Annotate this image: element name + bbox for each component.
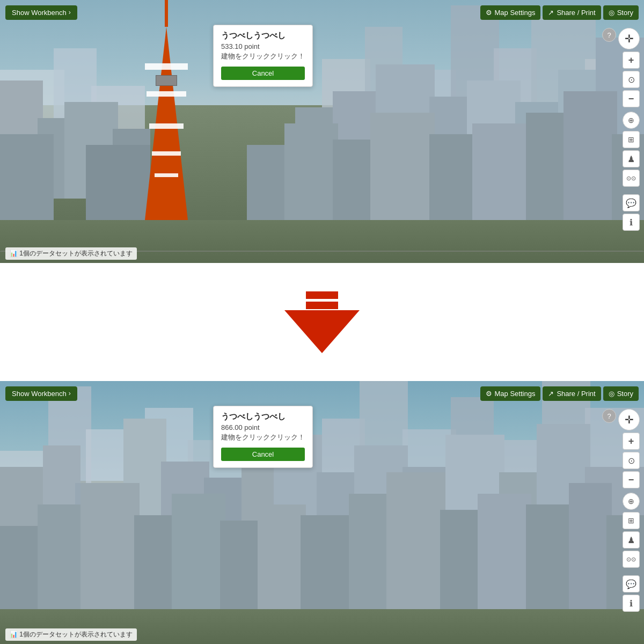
status-text-1: 1個のデータセットが表示されています — [19, 250, 133, 257]
top-bar-1: Show Workbench › ⚙ Map Settings ↗ Share … — [0, 0, 644, 25]
workbench-label-1: Show Workbench — [12, 9, 67, 17]
dataset-icon-1: 📊 — [10, 250, 19, 257]
popup-title-2: うつべしうつべし — [221, 412, 305, 422]
big-arrow — [284, 291, 360, 353]
info-button-2[interactable]: ℹ — [623, 595, 640, 612]
building — [349, 494, 392, 612]
popup-card-2: うつべしうつべし 866.00 point 建物をクリッククリック！ Cance… — [213, 406, 313, 468]
building — [333, 140, 376, 231]
right-controls-1: ? ✛ + ⊙ − ⊕ ⊞ ♟ ⊙⊙ 💬 ℹ — [602, 28, 640, 231]
map-settings-label-1: Map Settings — [495, 9, 536, 17]
building — [429, 134, 478, 231]
story-button-2[interactable]: ◎ Story — [603, 386, 639, 401]
map-settings-button-2[interactable]: ⚙ Map Settings — [480, 386, 541, 401]
zoom-in-button-1[interactable]: + — [623, 52, 640, 69]
top-bar-right-1: ⚙ Map Settings ↗ Share / Print ◎ Story — [480, 5, 639, 20]
popup-title-1: うつべしうつべし — [221, 31, 305, 41]
panel-2: Show Workbench › ⚙ Map Settings ↗ Share … — [0, 381, 644, 644]
share-icon-2: ↗ — [548, 390, 554, 398]
chevron-right-icon-1: › — [69, 9, 71, 16]
workbench-label-2: Show Workbench — [12, 390, 67, 398]
map-settings-icon-2: ⚙ — [486, 390, 492, 398]
locate-button-1[interactable]: ⊕ — [623, 112, 640, 129]
panel-1: Show Workbench › ⚙ Map Settings ↗ Share … — [0, 0, 644, 263]
arrow-lines — [306, 291, 338, 309]
top-bar-right-2: ⚙ Map Settings ↗ Share / Print ◎ Story — [480, 386, 639, 401]
map-settings-label-2: Map Settings — [495, 390, 536, 398]
building — [301, 515, 354, 612]
zoom-out-button-1[interactable]: − — [623, 90, 640, 107]
layers-button-1[interactable]: ⊞ — [623, 131, 640, 148]
show-workbench-button-1[interactable]: Show Workbench › — [5, 5, 77, 20]
building — [220, 521, 263, 612]
share-print-button-2[interactable]: ↗ Share / Print — [543, 386, 601, 401]
arrow-line-1 — [306, 291, 338, 299]
compass-button-2[interactable]: ✛ — [618, 409, 640, 430]
info-button-1[interactable]: ℹ — [623, 214, 640, 231]
share-print-label-1: Share / Print — [557, 9, 595, 17]
help-button-1[interactable]: ? — [602, 28, 616, 42]
arrow-line-2 — [306, 302, 338, 309]
story-icon-1: ◎ — [609, 9, 614, 17]
building — [0, 134, 54, 231]
share-print-button-1[interactable]: ↗ Share / Print — [543, 5, 601, 20]
popup-cancel-button-1[interactable]: Cancel — [221, 67, 305, 80]
status-text-2: 1個のデータセットが表示されています — [19, 631, 133, 638]
zoom-out-button-2[interactable]: − — [623, 471, 640, 488]
building — [48, 156, 91, 231]
tokyo-tower — [145, 27, 188, 220]
building — [526, 504, 574, 612]
top-bar-2: Show Workbench › ⚙ Map Settings ↗ Share … — [0, 381, 644, 406]
share-icon-1: ↗ — [548, 9, 554, 17]
story-button-1[interactable]: ◎ Story — [603, 5, 639, 20]
tilt-button-2[interactable]: ⊙ — [623, 452, 640, 469]
person-button-2[interactable]: ♟ — [623, 531, 640, 548]
chat-button-2[interactable]: 💬 — [623, 575, 640, 592]
layers-button-2[interactable]: ⊞ — [623, 512, 640, 529]
popup-point-2: 866.00 point — [221, 423, 305, 431]
building — [440, 510, 483, 612]
status-bar-2: 📊 1個のデータセットが表示されています — [5, 628, 137, 641]
popup-card-1: うつべしうつべし 533.10 point 建物をクリッククリック！ Cance… — [213, 25, 313, 87]
popup-cancel-button-2[interactable]: Cancel — [221, 448, 305, 461]
building — [258, 504, 306, 612]
building — [284, 123, 338, 231]
popup-desc-2: 建物をクリッククリック！ — [221, 433, 305, 442]
story-label-1: Story — [617, 9, 633, 17]
status-bar-1: 📊 1個のデータセットが表示されています — [5, 247, 137, 260]
tilt-button-1[interactable]: ⊙ — [623, 71, 640, 88]
zoom-in-button-2[interactable]: + — [623, 433, 640, 450]
building — [526, 113, 569, 231]
story-label-2: Story — [617, 390, 633, 398]
map-scene-1 — [0, 0, 644, 263]
building — [472, 123, 531, 231]
map-scene-2 — [0, 381, 644, 644]
building — [0, 526, 43, 612]
building — [172, 494, 225, 612]
building — [134, 515, 177, 612]
dataset-icon-2: 📊 — [10, 631, 19, 638]
popup-desc-1: 建物をクリッククリック！ — [221, 52, 305, 61]
help-button-2[interactable]: ? — [602, 409, 616, 423]
arrow-separator — [0, 263, 644, 381]
building — [386, 472, 445, 612]
share-print-label-2: Share / Print — [557, 390, 595, 398]
vr-button-2[interactable]: ⊙⊙ — [623, 551, 640, 568]
chevron-right-icon-2: › — [69, 390, 71, 397]
story-icon-2: ◎ — [609, 390, 614, 398]
building — [247, 145, 290, 231]
show-workbench-button-2[interactable]: Show Workbench › — [5, 386, 77, 401]
map-settings-icon-1: ⚙ — [486, 9, 492, 17]
arrow-triangle — [284, 310, 360, 353]
chat-button-1[interactable]: 💬 — [623, 194, 640, 211]
person-button-1[interactable]: ♟ — [623, 150, 640, 167]
map-settings-button-1[interactable]: ⚙ Map Settings — [480, 5, 541, 20]
right-controls-2: ? ✛ + ⊙ − ⊕ ⊞ ♟ ⊙⊙ 💬 ℹ — [602, 409, 640, 612]
building — [86, 145, 150, 231]
building — [478, 494, 531, 612]
locate-button-2[interactable]: ⊕ — [623, 493, 640, 510]
popup-point-1: 533.10 point — [221, 42, 305, 50]
compass-button-1[interactable]: ✛ — [618, 28, 640, 49]
vr-button-1[interactable]: ⊙⊙ — [623, 170, 640, 187]
building — [370, 113, 435, 231]
